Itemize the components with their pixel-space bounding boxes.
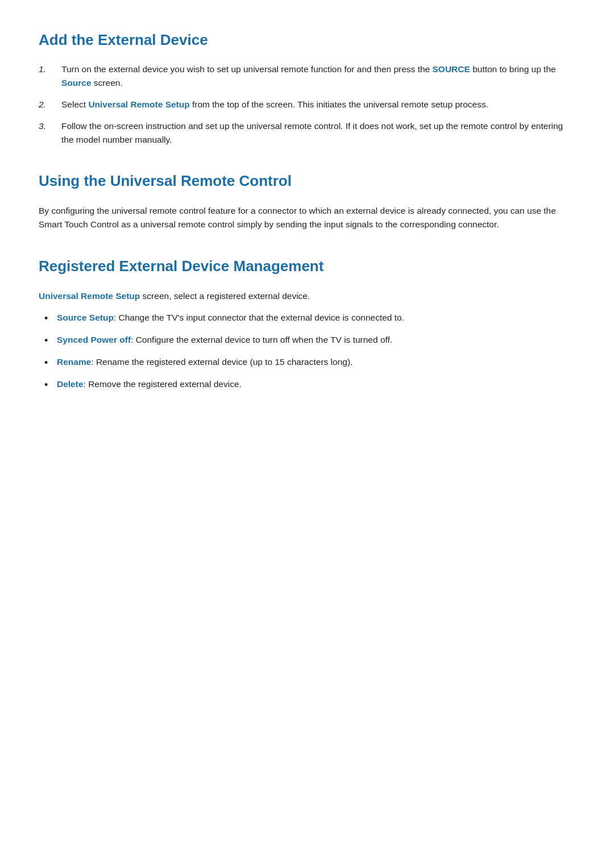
list-item: • Rename: Rename the registered external… (44, 355, 575, 371)
bullet-content: Delete: Remove the registered external d… (57, 377, 575, 391)
source-setup-highlight: Source Setup (57, 313, 114, 322)
section-using-universal-remote: Using the Universal Remote Control By co… (39, 169, 575, 232)
section2-body: By configuring the universal remote cont… (39, 204, 575, 232)
bullet-dot: • (44, 333, 57, 348)
bullet-content: Source Setup: Change the TV's input conn… (57, 311, 575, 325)
list-item: • Delete: Remove the registered external… (44, 377, 575, 393)
list-item: 1. Turn on the external device you wish … (39, 63, 575, 90)
section3-bullet-list: • Source Setup: Change the TV's input co… (39, 311, 575, 393)
list-item: 2. Select Universal Remote Setup from th… (39, 98, 575, 111)
universal-remote-setup-intro-highlight: Universal Remote Setup (39, 291, 140, 301)
rename-highlight: Rename (57, 357, 91, 367)
list-item: • Source Setup: Change the TV's input co… (44, 311, 575, 326)
list-number: 1. (39, 63, 61, 90)
section-registered-device-management: Registered External Device Management Un… (39, 255, 575, 392)
bullet-content: Rename: Rename the registered external d… (57, 355, 575, 369)
section-add-external-device: Add the External Device 1. Turn on the e… (39, 28, 575, 147)
section2-title: Using the Universal Remote Control (39, 169, 575, 192)
universal-remote-setup-highlight: Universal Remote Setup (88, 99, 189, 109)
list-number: 3. (39, 119, 61, 147)
list-content: Select Universal Remote Setup from the t… (61, 98, 575, 111)
list-item: 3. Follow the on-screen instruction and … (39, 119, 575, 147)
section1-title: Add the External Device (39, 28, 575, 51)
list-number: 2. (39, 98, 61, 111)
bullet-dot: • (44, 377, 57, 393)
source-highlight: SOURCE (433, 64, 470, 74)
section3-intro: Universal Remote Setup screen, select a … (39, 289, 575, 303)
list-content: Turn on the external device you wish to … (61, 63, 575, 90)
synced-power-off-highlight: Synced Power off (57, 335, 131, 344)
bullet-content: Synced Power off: Configure the external… (57, 333, 575, 347)
bullet-dot: • (44, 355, 57, 371)
section3-title: Registered External Device Management (39, 255, 575, 277)
section1-list: 1. Turn on the external device you wish … (39, 63, 575, 147)
delete-highlight: Delete (57, 379, 84, 389)
list-item: • Synced Power off: Configure the extern… (44, 333, 575, 348)
list-content: Follow the on-screen instruction and set… (61, 119, 575, 147)
bullet-dot: • (44, 311, 57, 326)
source-screen-highlight: Source (61, 78, 92, 88)
